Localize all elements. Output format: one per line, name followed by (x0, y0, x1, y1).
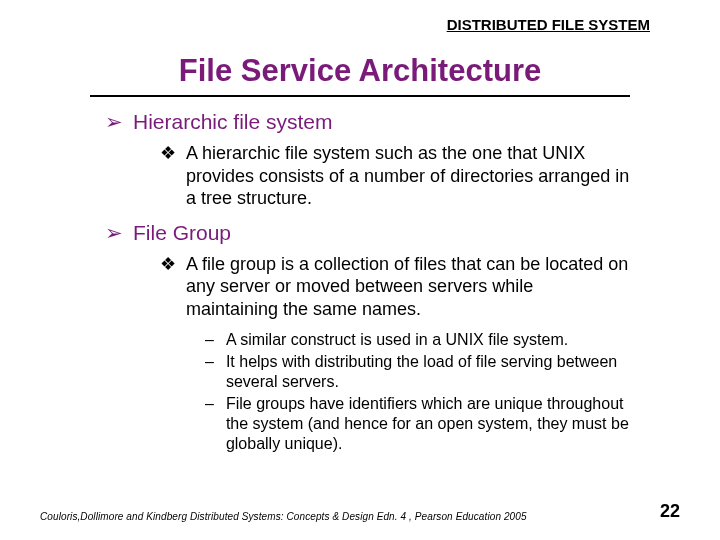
section-heading-text: Hierarchic file system (133, 109, 333, 134)
sub-item: – File groups have identifiers which are… (205, 394, 630, 454)
section-heading-text: File Group (133, 220, 231, 245)
header-label: DISTRIBUTED FILE SYSTEM (40, 16, 650, 33)
citation: Couloris,Dollimore and Kindberg Distribu… (40, 511, 527, 522)
page-number: 22 (660, 501, 680, 522)
footer: Couloris,Dollimore and Kindberg Distribu… (40, 501, 680, 522)
title-rule (90, 95, 630, 97)
diamond-bullet-icon: ❖ (160, 142, 176, 210)
section-body-text: A hierarchic file system such as the one… (186, 142, 630, 210)
sub-item-text: File groups have identifiers which are u… (226, 394, 630, 454)
slide: DISTRIBUTED FILE SYSTEM File Service Arc… (0, 0, 720, 540)
arrow-bullet-icon: ➢ (105, 220, 123, 245)
diamond-bullet-icon: ❖ (160, 253, 176, 321)
sub-item-text: It helps with distributing the load of f… (226, 352, 630, 392)
title-wrap: File Service Architecture (90, 53, 630, 89)
dash-bullet-icon: – (205, 352, 214, 392)
section-heading: ➢ Hierarchic file system (105, 109, 640, 134)
dash-bullet-icon: – (205, 394, 214, 454)
slide-title: File Service Architecture (150, 53, 570, 89)
dash-bullet-icon: – (205, 330, 214, 350)
section-body: ❖ A hierarchic file system such as the o… (160, 142, 630, 210)
sub-item: – A similar construct is used in a UNIX … (205, 330, 630, 350)
arrow-bullet-icon: ➢ (105, 109, 123, 134)
sub-item-text: A similar construct is used in a UNIX fi… (226, 330, 568, 350)
sub-item: – It helps with distributing the load of… (205, 352, 630, 392)
section-body: ❖ A file group is a collection of files … (160, 253, 630, 321)
section-heading: ➢ File Group (105, 220, 640, 245)
content: ➢ Hierarchic file system ❖ A hierarchic … (105, 109, 640, 454)
section-body-text: A file group is a collection of files th… (186, 253, 630, 321)
